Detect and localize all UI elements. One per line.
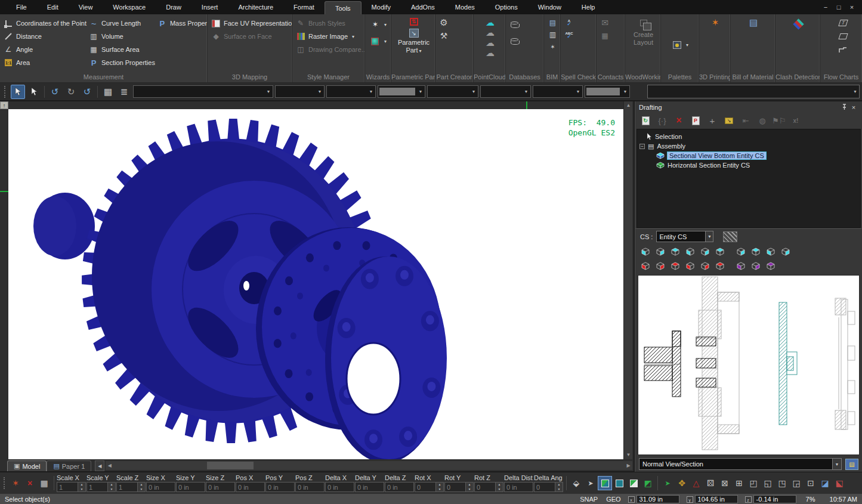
clear-transform-icon[interactable]: ×: [23, 476, 37, 490]
face-red-icon[interactable]: ⬕: [832, 476, 846, 490]
extrude-icon[interactable]: ◰: [746, 476, 761, 490]
close-panel-icon[interactable]: ×: [849, 104, 858, 111]
lineweight-combo[interactable]: ▼: [378, 85, 425, 98]
spinner[interactable]: ▲▼: [496, 482, 503, 492]
tree-item-horizontal-section[interactable]: Horizontal Section Entity CS: [656, 160, 859, 170]
spinner[interactable]: ▲▼: [466, 482, 474, 492]
flowchart-step-icon[interactable]: [838, 45, 848, 55]
group-icon[interactable]: ⚄: [703, 476, 718, 490]
field-input[interactable]: 0: [415, 482, 436, 492]
x-axis-icon[interactable]: x: [628, 496, 635, 503]
cs-combo[interactable]: Entity CS▼: [656, 231, 713, 242]
delete-icon[interactable]: ×: [671, 114, 687, 127]
field-input[interactable]: 0 in: [146, 482, 175, 492]
palettes-button[interactable]: ▾: [672, 17, 688, 73]
add-icon[interactable]: +: [705, 114, 720, 127]
rotate-box-icon[interactable]: ◳: [775, 476, 789, 490]
top-ruler[interactable]: [8, 101, 623, 109]
visual-style-render-icon[interactable]: ◩: [641, 476, 655, 490]
gizmo-icon[interactable]: ✥: [675, 476, 689, 490]
menu-tools[interactable]: Tools: [325, 1, 362, 14]
tree-item-assembly[interactable]: − ▤ Assembly: [638, 141, 859, 151]
ribbon-item-raster-image[interactable]: Raster Image▾: [296, 30, 364, 43]
properties-document-icon[interactable]: P: [688, 114, 703, 127]
viewport-origin-button[interactable]: ↑: [0, 101, 8, 109]
mirror-box-icon[interactable]: ◲: [789, 476, 804, 490]
wizard-button[interactable]: ✶▾: [370, 18, 387, 31]
cs-cube-purple-9[interactable]: [764, 259, 777, 272]
ribbon-item-distance[interactable]: Distance: [4, 30, 86, 43]
tree-item-sectional-view[interactable]: Sectional View Bottom Entity CS: [656, 151, 859, 160]
ribbon-item-surface-area[interactable]: ▦Surface Area: [89, 43, 155, 56]
grid-array-icon[interactable]: ⊞: [732, 476, 746, 490]
clash-detection-icon[interactable]: [793, 19, 803, 29]
field-input[interactable]: 0: [474, 482, 496, 492]
cs-cube-red-1[interactable]: [639, 259, 652, 272]
z-axis-icon[interactable]: z: [745, 496, 752, 503]
collapse-icon[interactable]: −: [639, 144, 645, 149]
visual-style-wire-icon[interactable]: [612, 476, 626, 490]
wrench-icon[interactable]: ⚒: [439, 31, 449, 41]
field-input[interactable]: 0 in: [385, 482, 414, 492]
cs-cube-red-6[interactable]: [713, 259, 727, 272]
visual-style-hidden-icon[interactable]: [626, 476, 641, 490]
field-input[interactable]: 0: [534, 482, 555, 492]
gear-assembly-model[interactable]: [8, 109, 623, 459]
view-settings-button[interactable]: ▤: [845, 459, 858, 470]
cs-cube-purple-8[interactable]: [749, 259, 762, 272]
ribbon-item-area[interactable]: 1:1Area: [4, 56, 86, 69]
cs-cube-cyan-5[interactable]: [699, 245, 712, 258]
spell-check-doc-icon[interactable]: A✓: [564, 18, 574, 27]
no-edit-icon[interactable]: ⊠: [718, 476, 732, 490]
ribbon-item-angle[interactable]: ∠Angle: [4, 43, 86, 56]
ribbon-item-curve-length[interactable]: ~Curve Length: [89, 17, 155, 30]
bim-export-icon[interactable]: ▤: [548, 18, 558, 27]
field-input[interactable]: 0 in: [325, 482, 354, 492]
parametric-part-button[interactable]: ⇅ ↘ Parametric Part▾: [398, 17, 430, 73]
pointer-snap-icon[interactable]: ➤: [583, 476, 598, 490]
minimize-button[interactable]: −: [820, 2, 831, 12]
cs-cube-cyan-10[interactable]: [779, 245, 792, 258]
restore-button[interactable]: □: [833, 2, 844, 12]
menu-draw[interactable]: Draw: [156, 0, 191, 14]
refresh-document-icon[interactable]: ↻: [638, 114, 653, 127]
flowchart-parallelogram-icon[interactable]: [838, 32, 848, 41]
layer-combo[interactable]: ▼: [133, 85, 273, 98]
undo-button[interactable]: ↺: [48, 85, 62, 99]
spell-check-abc-icon[interactable]: ABC✓: [564, 30, 574, 40]
field-input[interactable]: 1: [116, 482, 138, 492]
menu-format[interactable]: Format: [283, 0, 325, 14]
menu-window[interactable]: Window: [528, 0, 571, 14]
3d-printing-icon[interactable]: ✶: [710, 18, 720, 27]
spinner[interactable]: ▲▼: [555, 482, 563, 492]
tab-paper-1[interactable]: ▤Paper 1: [47, 460, 91, 471]
field-input[interactable]: 1: [86, 482, 108, 492]
flowchart-process-icon[interactable]: T: [838, 18, 848, 27]
scroll-left-icon[interactable]: ◀: [106, 461, 113, 470]
field-input[interactable]: 0 in: [236, 482, 265, 492]
dimstyle-combo[interactable]: ▼: [480, 85, 531, 98]
field-input[interactable]: 0 in: [206, 482, 235, 492]
pointcloud-color-icon[interactable]: ☁: [486, 18, 495, 27]
spinner[interactable]: ▲▼: [108, 482, 116, 492]
cs-cube-cyan-6[interactable]: [713, 245, 727, 258]
menu-architecture[interactable]: Architecture: [228, 0, 283, 14]
tree-item-selection[interactable]: Selection: [647, 132, 859, 141]
anchor-icon[interactable]: ⊡: [804, 476, 818, 490]
plotstyle-combo[interactable]: ▼: [533, 85, 583, 98]
spinner[interactable]: ▲▼: [436, 482, 444, 492]
pointcloud-icon[interactable]: ☁: [486, 28, 495, 38]
ribbon-item-coordinates-of-the-point[interactable]: Coordinates of the Point: [4, 17, 86, 30]
menu-modify[interactable]: Modify: [362, 0, 401, 14]
ribbon-item-face-uv-representation[interactable]: Face UV Representation: [211, 17, 292, 30]
menu-addons[interactable]: AddOns: [401, 0, 445, 14]
ribbon-item-section-properties[interactable]: PSection Properties: [89, 56, 155, 69]
material-combo[interactable]: ▼: [585, 85, 630, 98]
hatch-style-button[interactable]: [723, 231, 737, 242]
menu-help[interactable]: Help: [571, 0, 605, 14]
wizard-sphere-button[interactable]: ▾: [370, 35, 387, 48]
pointcloud-surface-icon[interactable]: ☁: [486, 48, 495, 58]
close-button[interactable]: ×: [846, 2, 857, 12]
database-edit-icon[interactable]: [509, 18, 519, 27]
cs-cube-cyan-2[interactable]: [654, 245, 667, 258]
